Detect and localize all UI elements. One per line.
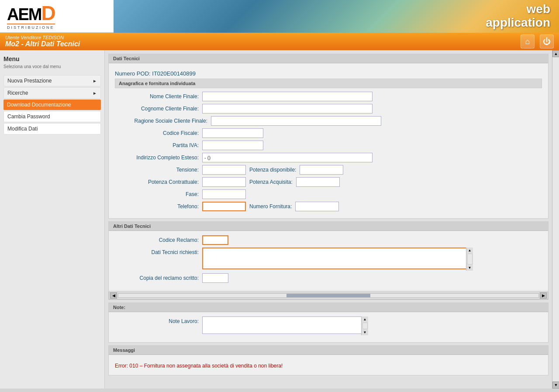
section-altri-dati-header: Altri Dati Tecnici — [109, 222, 548, 231]
vscroll-up-btn[interactable]: ▲ — [552, 50, 559, 57]
home-icon: ⌂ — [525, 37, 530, 46]
section-dati-tecnici: Dati Tecnici Numero POD: IT020E00140899 … — [108, 54, 549, 219]
section-note: Note: Note Lavoro: ▲ ▼ — [108, 303, 549, 343]
section-altri-dati-body: Codice Reclamo: Dati Tecnici richiesti: … — [109, 231, 548, 290]
fase-input[interactable] — [202, 189, 246, 199]
scroll-left-btn[interactable]: ◀ — [110, 292, 117, 299]
copia-reclamo-label: Copia del reclamo scritto: — [115, 275, 202, 281]
header-banner: web application — [114, 0, 559, 33]
potenza-contr-row: Potenza Contrattuale: Potenza Acquisita: — [115, 177, 542, 187]
sidebar-item-label: Modifica Dati — [7, 126, 38, 132]
sidebar-title: Menu — [3, 55, 101, 62]
potenza-disp-label: Potenza disponibile: — [246, 167, 300, 173]
codice-reclamo-row: Codice Reclamo: — [115, 235, 542, 245]
tensione-row: Tensione: Potenza disponibile: — [115, 165, 542, 175]
codice-fiscale-input[interactable] — [202, 128, 263, 138]
nav-bar: Utente Venditore TEDISON Mo2 - Altri Dat… — [0, 33, 559, 50]
note-lavoro-container: ▲ ▼ — [202, 316, 368, 335]
page-header: AEMD DISTRIBUZIONE web application — [0, 0, 559, 33]
dati-tecnici-container: ▲ ▼ — [202, 248, 473, 271]
codice-reclamo-input[interactable] — [202, 235, 228, 245]
sidebar-item-label: Ricerche — [7, 90, 28, 96]
scroll-up-btn[interactable]: ▲ — [467, 248, 473, 253]
cognome-cliente-row: Cognome Cliente Finale: — [115, 104, 542, 113]
scroll-thumb — [286, 294, 370, 297]
vscroll-track — [552, 57, 559, 382]
sidebar-item-download[interactable]: Download Documentazione — [3, 100, 101, 110]
logo-a: A — [7, 5, 18, 24]
power-button[interactable]: ⏻ — [540, 34, 554, 48]
note-lavoro-row: Note Lavoro: ▲ ▼ — [115, 316, 542, 335]
notes-vscroll: ▲ ▼ — [361, 316, 368, 335]
dati-tecnici-textarea[interactable] — [202, 248, 473, 269]
section-dati-tecnici-body: Numero POD: IT020E00140899 Anagrafica e … — [109, 63, 548, 218]
indirizzo-row: Indirizzo Completo Esteso: — [115, 153, 542, 162]
dati-tecnici-row: Dati Tecnici richiesti: ▲ ▼ — [115, 248, 542, 271]
indirizzo-input[interactable] — [202, 153, 373, 162]
nav-page-title: Mo2 - Altri Dati Tecnici — [5, 40, 80, 48]
potenza-contr-input[interactable] — [202, 177, 246, 187]
potenza-acq-label: Potenza Acquisita: — [246, 179, 296, 185]
nome-cliente-input[interactable] — [202, 92, 373, 101]
pod-value: IT020E00140899 — [152, 70, 196, 77]
scroll-right-btn[interactable]: ▶ — [540, 292, 547, 299]
section-altri-dati: Altri Dati Tecnici Codice Reclamo: Dati … — [108, 221, 549, 300]
scroll-up-btn[interactable]: ▲ — [362, 316, 368, 322]
sidebar-subtitle: Seleziona una voce dal menu — [3, 64, 101, 69]
section-note-body: Note Lavoro: ▲ ▼ — [109, 312, 548, 342]
power-icon: ⏻ — [543, 37, 551, 46]
home-button[interactable]: ⌂ — [521, 34, 535, 48]
vscroll-down-btn[interactable]: ▼ — [552, 382, 559, 389]
logo-d: D — [41, 2, 55, 24]
telefono-row: Telefono: Numero Fornitura: — [115, 202, 542, 211]
cognome-cliente-input[interactable] — [202, 104, 373, 113]
scroll-track — [118, 293, 539, 298]
telefono-input[interactable] — [202, 202, 246, 211]
tensione-input[interactable] — [202, 165, 246, 175]
sidebar-item-modifica-dati[interactable]: Modifica Dati — [3, 123, 101, 134]
pod-label: Numero POD: — [115, 70, 151, 77]
note-lavoro-textarea[interactable] — [202, 316, 368, 334]
tensione-label: Tensione: — [115, 167, 202, 173]
potenza-acq-input[interactable] — [296, 177, 340, 187]
arrow-icon: ► — [93, 79, 97, 83]
cognome-cliente-label: Cognome Cliente Finale: — [115, 106, 202, 112]
anag-header: Anagrafica e fornitura individuata — [115, 79, 542, 88]
sidebar-item-cambia-password[interactable]: Cambia Password — [3, 111, 101, 122]
copia-reclamo-row: Copia del reclamo scritto: — [115, 273, 542, 283]
sidebar-item-ricerche[interactable]: Ricerche ► — [3, 87, 101, 99]
content-area: Dati Tecnici Numero POD: IT020E00140899 … — [105, 50, 552, 389]
ragione-sociale-row: Ragione Sociale Cliente Finale: — [115, 116, 542, 126]
ragione-sociale-input[interactable] — [211, 116, 381, 126]
main-container: Menu Seleziona una voce dal menu Nuova P… — [0, 50, 559, 389]
nome-cliente-row: Nome Cliente Finale: — [115, 92, 542, 101]
scroll-down-btn[interactable]: ▼ — [467, 265, 473, 271]
sidebar-item-nuova-prestazione[interactable]: Nuova Prestazione ► — [3, 75, 101, 86]
arrow-icon: ► — [93, 91, 97, 96]
fase-row: Fase: — [115, 189, 542, 199]
nome-cliente-label: Nome Cliente Finale: — [115, 93, 202, 100]
textarea-vscroll: ▲ ▼ — [466, 248, 473, 271]
sidebar-item-label: Download Documentazione — [7, 102, 71, 108]
ragione-sociale-label: Ragione Sociale Cliente Finale: — [115, 118, 211, 124]
scroll-down-btn[interactable]: ▼ — [362, 330, 368, 335]
codice-fiscale-row: Codice Fiscale: — [115, 128, 542, 138]
numero-forn-input[interactable] — [295, 202, 339, 211]
partita-iva-input[interactable] — [202, 141, 263, 150]
sidebar-item-label: Nuova Prestazione — [7, 78, 52, 84]
sidebar: Menu Seleziona una voce dal menu Nuova P… — [0, 50, 105, 389]
section-messaggi: Messaggi Error: 010 – Fornitura non asse… — [108, 345, 549, 375]
section-messaggi-header: Messaggi — [109, 346, 548, 355]
copia-reclamo-input[interactable] — [202, 273, 228, 283]
indirizzo-label: Indirizzo Completo Esteso: — [115, 155, 202, 161]
potenza-disp-input[interactable] — [300, 165, 343, 175]
logo-area: AEMD DISTRIBUZIONE — [0, 0, 114, 33]
pod-number: Numero POD: IT020E00140899 — [115, 68, 542, 79]
telefono-label: Telefono: — [115, 203, 202, 210]
potenza-contr-label: Potenza Contrattuale: — [115, 179, 202, 185]
section-messaggi-body: Error: 010 – Fornitura non assegnata all… — [109, 355, 548, 375]
logo-m: M — [28, 5, 41, 24]
partita-iva-label: Partita IVA: — [115, 142, 202, 148]
scroll-track — [362, 323, 368, 329]
codice-fiscale-label: Codice Fiscale: — [115, 130, 202, 136]
